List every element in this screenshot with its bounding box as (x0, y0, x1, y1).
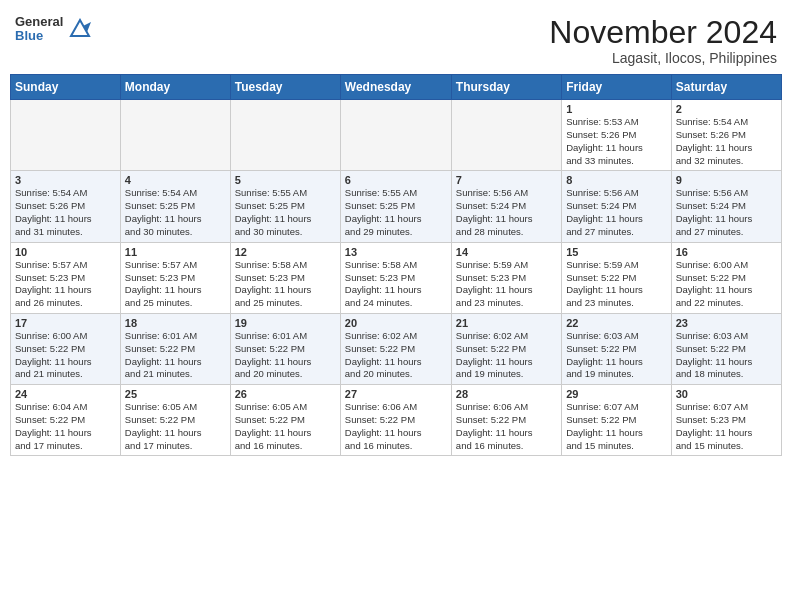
calendar-day-cell (11, 100, 121, 171)
day-header-monday: Monday (120, 75, 230, 100)
calendar-day-cell: 4Sunrise: 5:54 AM Sunset: 5:25 PM Daylig… (120, 171, 230, 242)
day-number: 22 (566, 317, 666, 329)
calendar-table: SundayMondayTuesdayWednesdayThursdayFrid… (10, 74, 782, 456)
calendar-day-cell: 12Sunrise: 5:58 AM Sunset: 5:23 PM Dayli… (230, 242, 340, 313)
calendar-day-cell: 25Sunrise: 6:05 AM Sunset: 5:22 PM Dayli… (120, 385, 230, 456)
calendar-day-cell: 14Sunrise: 5:59 AM Sunset: 5:23 PM Dayli… (451, 242, 561, 313)
day-info: Sunrise: 6:00 AM Sunset: 5:22 PM Dayligh… (15, 330, 116, 381)
calendar-day-cell: 19Sunrise: 6:01 AM Sunset: 5:22 PM Dayli… (230, 313, 340, 384)
calendar-day-cell: 27Sunrise: 6:06 AM Sunset: 5:22 PM Dayli… (340, 385, 451, 456)
calendar-day-cell: 16Sunrise: 6:00 AM Sunset: 5:22 PM Dayli… (671, 242, 781, 313)
calendar-day-cell: 30Sunrise: 6:07 AM Sunset: 5:23 PM Dayli… (671, 385, 781, 456)
day-number: 20 (345, 317, 447, 329)
day-info: Sunrise: 6:06 AM Sunset: 5:22 PM Dayligh… (456, 401, 557, 452)
day-number: 5 (235, 174, 336, 186)
day-info: Sunrise: 6:04 AM Sunset: 5:22 PM Dayligh… (15, 401, 116, 452)
calendar-day-cell: 17Sunrise: 6:00 AM Sunset: 5:22 PM Dayli… (11, 313, 121, 384)
location-subtitle: Lagasit, Ilocos, Philippines (549, 50, 777, 66)
day-number: 18 (125, 317, 226, 329)
day-info: Sunrise: 6:01 AM Sunset: 5:22 PM Dayligh… (235, 330, 336, 381)
calendar-day-cell: 29Sunrise: 6:07 AM Sunset: 5:22 PM Dayli… (562, 385, 671, 456)
day-header-friday: Friday (562, 75, 671, 100)
calendar-day-cell: 6Sunrise: 5:55 AM Sunset: 5:25 PM Daylig… (340, 171, 451, 242)
day-number: 14 (456, 246, 557, 258)
day-info: Sunrise: 5:54 AM Sunset: 5:26 PM Dayligh… (676, 116, 777, 167)
day-info: Sunrise: 5:56 AM Sunset: 5:24 PM Dayligh… (566, 187, 666, 238)
day-number: 1 (566, 103, 666, 115)
calendar-day-cell: 22Sunrise: 6:03 AM Sunset: 5:22 PM Dayli… (562, 313, 671, 384)
day-info: Sunrise: 5:55 AM Sunset: 5:25 PM Dayligh… (235, 187, 336, 238)
month-year-title: November 2024 (549, 15, 777, 50)
day-info: Sunrise: 6:06 AM Sunset: 5:22 PM Dayligh… (345, 401, 447, 452)
calendar-week-row: 24Sunrise: 6:04 AM Sunset: 5:22 PM Dayli… (11, 385, 782, 456)
day-info: Sunrise: 6:07 AM Sunset: 5:22 PM Dayligh… (566, 401, 666, 452)
page-header: General Blue November 2024 Lagasit, Iloc… (10, 10, 782, 66)
day-info: Sunrise: 6:07 AM Sunset: 5:23 PM Dayligh… (676, 401, 777, 452)
svg-marker-1 (83, 22, 91, 32)
day-header-tuesday: Tuesday (230, 75, 340, 100)
day-number: 3 (15, 174, 116, 186)
day-number: 9 (676, 174, 777, 186)
day-info: Sunrise: 6:02 AM Sunset: 5:22 PM Dayligh… (456, 330, 557, 381)
day-number: 12 (235, 246, 336, 258)
calendar-day-cell: 3Sunrise: 5:54 AM Sunset: 5:26 PM Daylig… (11, 171, 121, 242)
day-number: 29 (566, 388, 666, 400)
day-number: 23 (676, 317, 777, 329)
calendar-day-cell: 7Sunrise: 5:56 AM Sunset: 5:24 PM Daylig… (451, 171, 561, 242)
calendar-week-row: 10Sunrise: 5:57 AM Sunset: 5:23 PM Dayli… (11, 242, 782, 313)
day-number: 13 (345, 246, 447, 258)
calendar-day-cell: 2Sunrise: 5:54 AM Sunset: 5:26 PM Daylig… (671, 100, 781, 171)
calendar-week-row: 1Sunrise: 5:53 AM Sunset: 5:26 PM Daylig… (11, 100, 782, 171)
title-block: November 2024 Lagasit, Ilocos, Philippin… (549, 15, 777, 66)
day-number: 17 (15, 317, 116, 329)
day-number: 2 (676, 103, 777, 115)
day-info: Sunrise: 5:58 AM Sunset: 5:23 PM Dayligh… (345, 259, 447, 310)
calendar-day-cell: 20Sunrise: 6:02 AM Sunset: 5:22 PM Dayli… (340, 313, 451, 384)
day-info: Sunrise: 5:57 AM Sunset: 5:23 PM Dayligh… (125, 259, 226, 310)
day-info: Sunrise: 5:54 AM Sunset: 5:25 PM Dayligh… (125, 187, 226, 238)
calendar-day-cell (230, 100, 340, 171)
day-info: Sunrise: 6:00 AM Sunset: 5:22 PM Dayligh… (676, 259, 777, 310)
logo: General Blue (15, 15, 91, 44)
day-number: 6 (345, 174, 447, 186)
calendar-day-cell: 11Sunrise: 5:57 AM Sunset: 5:23 PM Dayli… (120, 242, 230, 313)
day-info: Sunrise: 5:54 AM Sunset: 5:26 PM Dayligh… (15, 187, 116, 238)
day-header-thursday: Thursday (451, 75, 561, 100)
calendar-day-cell (120, 100, 230, 171)
day-info: Sunrise: 6:01 AM Sunset: 5:22 PM Dayligh… (125, 330, 226, 381)
day-number: 15 (566, 246, 666, 258)
day-info: Sunrise: 5:56 AM Sunset: 5:24 PM Dayligh… (676, 187, 777, 238)
day-info: Sunrise: 5:57 AM Sunset: 5:23 PM Dayligh… (15, 259, 116, 310)
calendar-header-row: SundayMondayTuesdayWednesdayThursdayFrid… (11, 75, 782, 100)
calendar-week-row: 17Sunrise: 6:00 AM Sunset: 5:22 PM Dayli… (11, 313, 782, 384)
day-header-sunday: Sunday (11, 75, 121, 100)
day-number: 11 (125, 246, 226, 258)
logo-triangle-icon (69, 18, 91, 40)
day-number: 21 (456, 317, 557, 329)
calendar-day-cell: 9Sunrise: 5:56 AM Sunset: 5:24 PM Daylig… (671, 171, 781, 242)
day-number: 16 (676, 246, 777, 258)
calendar-day-cell: 24Sunrise: 6:04 AM Sunset: 5:22 PM Dayli… (11, 385, 121, 456)
calendar-day-cell: 23Sunrise: 6:03 AM Sunset: 5:22 PM Dayli… (671, 313, 781, 384)
day-info: Sunrise: 5:55 AM Sunset: 5:25 PM Dayligh… (345, 187, 447, 238)
day-info: Sunrise: 6:05 AM Sunset: 5:22 PM Dayligh… (235, 401, 336, 452)
calendar-week-row: 3Sunrise: 5:54 AM Sunset: 5:26 PM Daylig… (11, 171, 782, 242)
day-number: 28 (456, 388, 557, 400)
day-number: 19 (235, 317, 336, 329)
day-info: Sunrise: 5:53 AM Sunset: 5:26 PM Dayligh… (566, 116, 666, 167)
day-info: Sunrise: 6:02 AM Sunset: 5:22 PM Dayligh… (345, 330, 447, 381)
day-number: 24 (15, 388, 116, 400)
calendar-day-cell: 21Sunrise: 6:02 AM Sunset: 5:22 PM Dayli… (451, 313, 561, 384)
day-number: 8 (566, 174, 666, 186)
day-number: 4 (125, 174, 226, 186)
day-header-wednesday: Wednesday (340, 75, 451, 100)
day-number: 27 (345, 388, 447, 400)
day-number: 7 (456, 174, 557, 186)
day-number: 10 (15, 246, 116, 258)
day-info: Sunrise: 6:05 AM Sunset: 5:22 PM Dayligh… (125, 401, 226, 452)
day-number: 25 (125, 388, 226, 400)
day-header-saturday: Saturday (671, 75, 781, 100)
logo-blue-text: Blue (15, 29, 63, 43)
calendar-day-cell: 26Sunrise: 6:05 AM Sunset: 5:22 PM Dayli… (230, 385, 340, 456)
calendar-day-cell: 1Sunrise: 5:53 AM Sunset: 5:26 PM Daylig… (562, 100, 671, 171)
